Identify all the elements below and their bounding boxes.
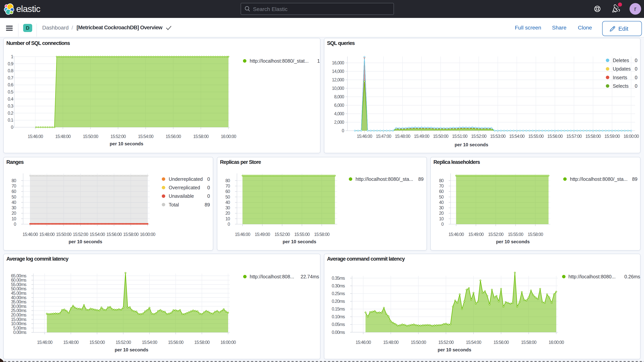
svg-text:15.00ms: 15.00ms	[11, 317, 26, 322]
svg-text:15:56:00: 15:56:00	[106, 232, 122, 237]
svg-text:89: 89	[204, 202, 210, 208]
svg-text:0: 0	[228, 222, 230, 227]
svg-text:15:56:00: 15:56:00	[168, 340, 184, 345]
svg-text:15:52:00: 15:52:00	[110, 134, 126, 139]
svg-text:0: 0	[11, 125, 13, 130]
svg-text:15:52:00: 15:52:00	[488, 232, 504, 237]
svg-text:60: 60	[439, 189, 444, 194]
svg-text:80: 80	[226, 178, 230, 183]
svg-text:15:52:00: 15:52:00	[438, 340, 454, 345]
svg-text:15:51:00: 15:51:00	[452, 134, 468, 139]
svg-text:http://localhost:8080/_sta...: http://localhost:8080/_sta...	[570, 176, 628, 182]
svg-text:per 10 seconds: per 10 seconds	[115, 347, 148, 352]
svg-text:0.25ms: 0.25ms	[332, 291, 345, 296]
svg-text:4,000: 4,000	[334, 111, 344, 116]
svg-text:15:53:00: 15:53:00	[490, 134, 506, 139]
svg-text:15:48:00: 15:48:00	[39, 232, 55, 237]
svg-text:Selects: Selects	[613, 83, 628, 89]
svg-text:15:47:00: 15:47:00	[376, 134, 391, 139]
svg-text:15:56:00: 15:56:00	[166, 134, 181, 139]
svg-text:0: 0	[207, 176, 210, 182]
svg-text:per 10 seconds: per 10 seconds	[496, 239, 530, 244]
svg-text:15:48:00: 15:48:00	[383, 340, 398, 345]
svg-text:http://localhost:8080/_sta...: http://localhost:8080/_sta...	[356, 176, 413, 182]
svg-text:15:58:00: 15:58:00	[521, 340, 536, 345]
svg-text:0.15ms: 0.15ms	[332, 306, 345, 312]
svg-text:15:58:00: 15:58:00	[528, 232, 543, 237]
svg-text:Total: Total	[169, 202, 179, 208]
svg-text:Updates: Updates	[613, 66, 631, 72]
svg-text:15:46:00: 15:46:00	[448, 232, 464, 237]
svg-text:80: 80	[439, 178, 444, 183]
svg-text:16:00:00: 16:00:00	[624, 134, 639, 139]
svg-text:15:56:00: 15:56:00	[547, 134, 563, 139]
svg-text:15:56:00: 15:56:00	[494, 340, 509, 345]
svg-text:0.4: 0.4	[8, 96, 14, 102]
svg-text:15:57:00: 15:57:00	[566, 134, 582, 139]
svg-text:15:55:00: 15:55:00	[528, 134, 544, 139]
svg-text:50: 50	[439, 194, 444, 200]
svg-text:0.6: 0.6	[8, 82, 13, 87]
svg-text:per 10 seconds: per 10 seconds	[110, 141, 144, 146]
svg-text:40: 40	[439, 200, 444, 205]
svg-text:15:50:00: 15:50:00	[411, 340, 426, 345]
svg-text:0: 0	[635, 66, 638, 72]
svg-text:20: 20	[226, 211, 230, 216]
svg-text:per 10 seconds: per 10 seconds	[438, 347, 472, 352]
svg-text:per 10 seconds: per 10 seconds	[69, 239, 102, 244]
svg-text:15:54:00: 15:54:00	[509, 134, 525, 139]
svg-text:http://localhost:8080/_stat...: http://localhost:8080/_stat...	[250, 58, 309, 64]
svg-text:elastic: elastic	[16, 4, 40, 14]
svg-text:0.1: 0.1	[8, 118, 13, 122]
svg-text:15:58:00: 15:58:00	[586, 134, 601, 139]
svg-text:1: 1	[11, 54, 13, 59]
svg-text:15:59:00: 15:59:00	[604, 134, 620, 139]
svg-text:20: 20	[439, 211, 444, 216]
svg-text:15:58:00: 15:58:00	[193, 134, 209, 139]
svg-text:89: 89	[418, 176, 424, 182]
svg-text:20: 20	[12, 211, 16, 216]
svg-text:15:58:00: 15:58:00	[314, 232, 330, 237]
svg-text:70: 70	[226, 184, 230, 188]
svg-text:15:58:00: 15:58:00	[194, 340, 210, 345]
svg-text:15:50:00: 15:50:00	[433, 134, 448, 139]
svg-text:1: 1	[317, 58, 320, 64]
svg-text:Underreplicated: Underreplicated	[169, 176, 203, 182]
svg-text:60.00ms: 60.00ms	[11, 278, 26, 282]
svg-text:Overreplicated: Overreplicated	[169, 185, 200, 190]
svg-text:15:46:00: 15:46:00	[235, 232, 250, 237]
svg-text:0.20ms: 0.20ms	[332, 299, 345, 304]
svg-text:30: 30	[226, 205, 230, 210]
svg-text:15:46:00: 15:46:00	[22, 232, 38, 237]
svg-text:0.00ms: 0.00ms	[332, 330, 345, 335]
svg-text:15:46:00: 15:46:00	[37, 340, 52, 345]
svg-text:0: 0	[635, 83, 638, 89]
svg-text:Unavailable: Unavailable	[169, 193, 194, 199]
svg-text:0.8: 0.8	[8, 68, 13, 73]
svg-text:0: 0	[635, 58, 638, 63]
svg-text:60: 60	[12, 189, 16, 194]
svg-text:15:49:00: 15:49:00	[468, 232, 484, 237]
svg-text:10: 10	[226, 216, 230, 221]
svg-text:0.26ms: 0.26ms	[624, 274, 640, 279]
svg-text:65.00ms: 65.00ms	[11, 273, 26, 278]
svg-text:0.35ms: 0.35ms	[332, 276, 345, 281]
svg-text:15:52:00: 15:52:00	[116, 340, 131, 345]
svg-text:Inserts: Inserts	[613, 75, 627, 80]
svg-text:8,000: 8,000	[334, 94, 344, 99]
svg-text:15:58:00: 15:58:00	[123, 232, 139, 237]
svg-text:55.00ms: 55.00ms	[11, 282, 26, 287]
svg-text:15:48:00: 15:48:00	[395, 134, 410, 139]
svg-text:0.10ms: 0.10ms	[332, 314, 345, 319]
svg-text:30: 30	[439, 205, 444, 210]
svg-text:50.00ms: 50.00ms	[11, 286, 26, 291]
svg-text:70: 70	[12, 184, 16, 188]
svg-text:16:00:00: 16:00:00	[548, 340, 564, 345]
svg-text:0.9: 0.9	[8, 61, 13, 66]
svg-text:0.7: 0.7	[8, 75, 13, 80]
svg-text:6,000: 6,000	[334, 103, 344, 108]
svg-text:10,000: 10,000	[332, 86, 344, 91]
svg-text:0.2: 0.2	[8, 111, 13, 116]
svg-text:http://localhost:8080...: http://localhost:8080...	[568, 274, 616, 279]
svg-text:15:50:00: 15:50:00	[90, 340, 105, 345]
